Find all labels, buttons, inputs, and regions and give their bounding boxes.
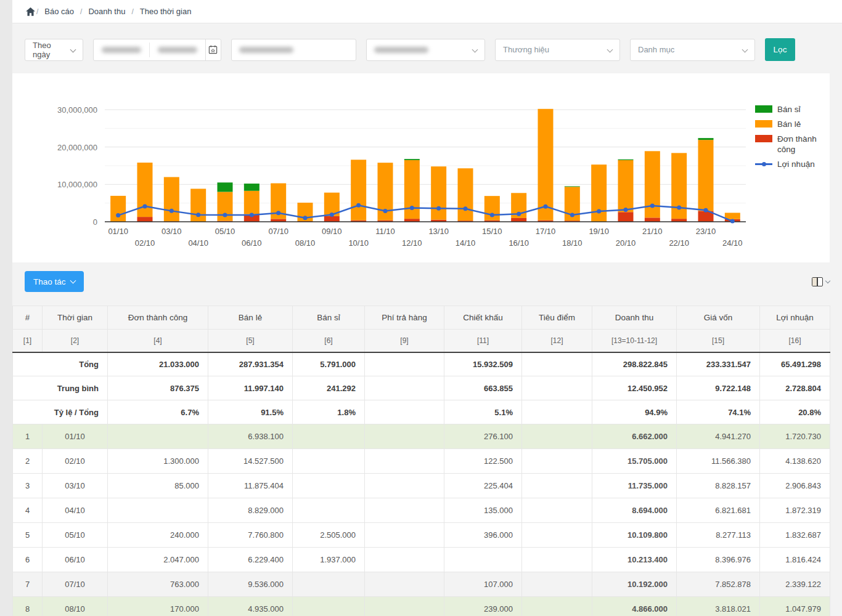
cell-value (365, 548, 444, 572)
date-start-redacted[interactable] (94, 47, 149, 53)
date-range-input[interactable] (93, 39, 221, 61)
cell-value (293, 597, 365, 616)
columns-icon (812, 277, 823, 286)
chevron-down-icon (472, 46, 478, 52)
breadcrumb-item-theo-thoi-gian[interactable]: Theo thời gian (140, 7, 192, 16)
category-select[interactable]: Danh mục (630, 39, 755, 61)
date-end-redacted[interactable] (150, 47, 205, 53)
cell-value: 10.213.400 (592, 548, 677, 572)
summary-value (522, 376, 592, 400)
column-header-3: Bán lẻ (208, 306, 293, 330)
breadcrumb-item-bao-cao[interactable]: Báo cáo (44, 7, 74, 16)
brand-select[interactable]: Thương hiệu (495, 39, 620, 61)
calendar-icon[interactable] (205, 39, 221, 60)
column-index: [4] (108, 330, 208, 352)
cell-value: 2.906.843 (760, 474, 830, 498)
summary-value (365, 376, 444, 400)
ban-le-swatch (755, 120, 772, 128)
cell-value[interactable]: 763.000 (108, 572, 208, 597)
cell-value: 396.000 (444, 523, 522, 548)
cell-value[interactable]: 1.300.000 (108, 449, 208, 474)
column-header-10: Lợi nhuận (760, 306, 830, 330)
cell-value[interactable]: 9.536.000 (208, 572, 293, 597)
column-visibility-toggle[interactable] (812, 277, 830, 286)
table-actions-row: Thao tác (25, 271, 830, 292)
cell-value: 4.866.000 (592, 597, 677, 616)
summary-value (522, 352, 592, 376)
svg-text:04/10: 04/10 (188, 238, 208, 248)
cell-value[interactable]: 1.937.000 (293, 548, 365, 572)
row-date: 06/10 (43, 548, 108, 572)
cell-value (522, 548, 592, 572)
cell-value[interactable]: 85.000 (108, 474, 208, 498)
breadcrumb-item-doanh-thu[interactable]: Doanh thu (88, 7, 125, 16)
column-header-1: Thời gian (43, 306, 108, 330)
column-header-0: # (13, 306, 43, 330)
product-search-input[interactable] (231, 39, 356, 61)
cell-value[interactable]: 8.829.000 (208, 498, 293, 523)
column-index: [16] (760, 330, 830, 352)
chevron-down-icon (607, 46, 613, 52)
table-row: 606/102.047.0006.229.4001.937.00010.213.… (13, 548, 830, 572)
cell-value: 8.694.000 (592, 498, 677, 523)
cell-value: 11.566.380 (677, 449, 760, 474)
cell-value[interactable]: 11.875.404 (208, 474, 293, 498)
chevron-down-icon (70, 46, 76, 52)
svg-text:19/10: 19/10 (589, 227, 609, 236)
period-select[interactable]: Theo ngày (25, 39, 83, 61)
row-number: 3 (13, 474, 43, 498)
summary-value: 15.932.509 (444, 352, 522, 376)
cell-value[interactable]: 4.935.000 (208, 597, 293, 616)
column-index: [15] (677, 330, 760, 352)
cell-value (108, 498, 208, 523)
table-row: 808/10170.0004.935.000239.0004.866.0003.… (13, 597, 830, 616)
cell-value: 6.662.000 (592, 424, 677, 449)
table-header: #Thời gianĐơn thành côngBán lẻBán sỉPhí … (13, 306, 830, 330)
cell-value[interactable]: 240.000 (108, 523, 208, 548)
row-number: 6 (13, 548, 43, 572)
home-icon[interactable] (26, 7, 35, 16)
cell-value[interactable]: 7.760.800 (208, 523, 293, 548)
actions-dropdown-button[interactable]: Thao tác (25, 271, 84, 292)
summary-value: 663.855 (444, 376, 522, 400)
cell-value[interactable]: 14.527.500 (208, 449, 293, 474)
column-header-7: Tiêu điểm (522, 306, 592, 330)
svg-text:07/10: 07/10 (268, 227, 288, 236)
column-index: [6] (293, 330, 365, 352)
cell-value: 122.500 (444, 449, 522, 474)
cell-value: 10.109.800 (592, 523, 677, 548)
actions-button-label: Thao tác (33, 277, 66, 286)
cell-value[interactable]: 6.938.100 (208, 424, 293, 449)
summary-row: Tổng21.033.000287.931.3545.791.00015.932… (13, 352, 830, 376)
table-row: 303/1085.00011.875.404225.40411.735.0008… (13, 474, 830, 498)
cell-value[interactable]: 6.229.400 (208, 548, 293, 572)
cell-value[interactable]: 2.047.000 (108, 548, 208, 572)
svg-text:21/10: 21/10 (642, 227, 663, 236)
cell-value[interactable]: 170.000 (108, 597, 208, 616)
cell-value (522, 597, 592, 616)
filter-button[interactable]: Lọc (765, 38, 795, 61)
cell-value (365, 523, 444, 548)
summary-label: Tổng (13, 352, 108, 376)
table-row: 505/10240.0007.760.8002.505.000396.00010… (13, 523, 830, 548)
column-header-5: Phí trả hàng (365, 306, 444, 330)
cell-value (522, 498, 592, 523)
product-select[interactable] (366, 39, 485, 61)
cell-value: 225.404 (444, 474, 522, 498)
cell-value[interactable]: 2.505.000 (293, 523, 365, 548)
cell-value: 4.941.270 (677, 424, 760, 449)
cell-value (522, 474, 592, 498)
svg-text:18/10: 18/10 (562, 238, 582, 248)
cell-value (365, 597, 444, 616)
svg-text:06/10: 06/10 (242, 238, 262, 248)
cell-value (108, 424, 208, 449)
svg-text:15/10: 15/10 (482, 227, 502, 236)
breadcrumb: / Báo cáo / Doanh thu / Theo thời gian (12, 0, 842, 23)
summary-row: Tỷ lệ / Tổng6.7%91.5%1.8%5.1%94.9%74.1%2… (13, 400, 830, 424)
breadcrumb-separator: / (131, 7, 133, 16)
ban-si-swatch (755, 105, 772, 113)
cell-value (365, 474, 444, 498)
cell-value (365, 424, 444, 449)
legend-label: Đơn thành công (777, 134, 833, 155)
cell-value (522, 572, 592, 597)
